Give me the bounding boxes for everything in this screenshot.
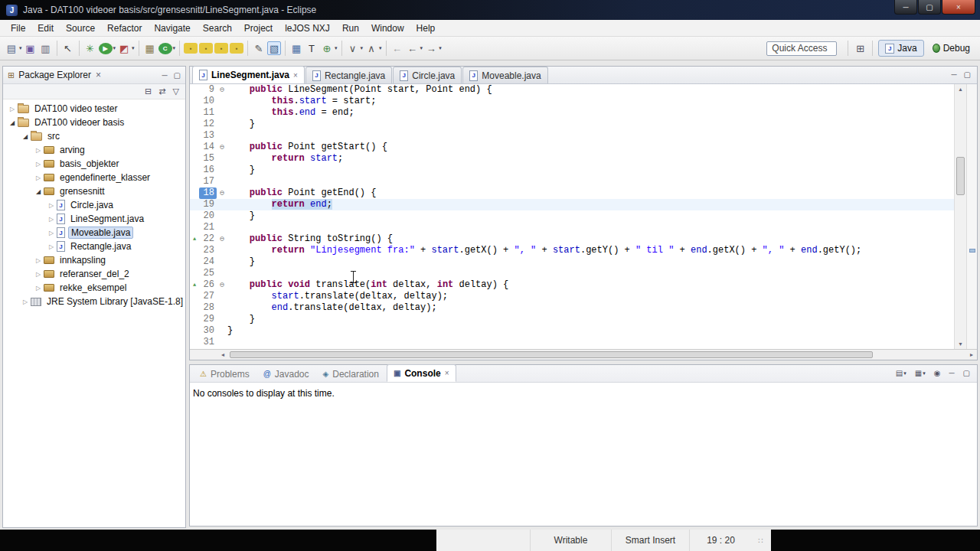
line-number[interactable]: 28 <box>199 302 217 314</box>
maximize-view-icon[interactable]: ▢ <box>174 71 181 80</box>
perspective-debug-button[interactable]: Debug <box>926 40 976 57</box>
tree-item-innkapsling[interactable]: ▷innkapsling <box>3 253 185 267</box>
code-line-21[interactable]: 21 <box>190 222 954 233</box>
view-menu-icon[interactable]: ▽ <box>173 86 179 96</box>
line-number[interactable]: 21 <box>199 222 217 233</box>
forward-history-button[interactable]: →▾ <box>424 41 442 55</box>
menu-refactor[interactable]: Refactor <box>101 21 148 35</box>
tree-item-dat100-video-tester[interactable]: ▷DAT100 video tester <box>3 102 185 116</box>
menu-run[interactable]: Run <box>336 21 365 35</box>
maximize-window-button[interactable]: ▢ <box>918 0 941 15</box>
link-with-editor-icon[interactable]: ⇄ <box>158 86 165 96</box>
dropdown-arrow-icon[interactable]: ▾ <box>923 370 926 377</box>
tree-item-src[interactable]: ◢src <box>3 129 185 143</box>
vertical-scroll-thumb[interactable] <box>956 157 965 195</box>
dropdown-arrow-icon[interactable]: ▾ <box>173 45 176 51</box>
menu-window[interactable]: Window <box>365 21 410 35</box>
vertical-scrollbar[interactable]: ▴ ▾ <box>954 84 966 349</box>
tree-item-rekke-eksempel[interactable]: ▷rekke_eksempel <box>3 281 185 295</box>
line-number[interactable]: 13 <box>199 130 217 142</box>
menu-project[interactable]: Project <box>238 21 279 35</box>
tab-console[interactable]: ▣Console× <box>387 364 456 382</box>
tab-linesegment-java[interactable]: JLineSegment.java× <box>192 66 305 83</box>
code-line-24[interactable]: 24 } <box>190 256 954 268</box>
code-line-13[interactable]: 13 <box>190 130 954 142</box>
menu-lejos-nxj[interactable]: leJOS NXJ <box>279 21 336 35</box>
menu-help[interactable]: Help <box>410 21 442 35</box>
open-perspective-icon[interactable]: ⊞ <box>856 43 864 54</box>
menu-edit[interactable]: Edit <box>31 21 60 35</box>
lejos-compile-button[interactable]: ▪ <box>184 43 198 54</box>
close-tab-icon[interactable]: × <box>445 369 449 377</box>
line-number[interactable]: 17 <box>199 176 217 187</box>
code-line-18[interactable]: 18⊖ public Point getEnd() { <box>190 187 954 199</box>
expander-icon[interactable]: ▷ <box>34 147 43 154</box>
tree-item-arving[interactable]: ▷arving <box>3 143 185 157</box>
new-table-button[interactable]: ▦ <box>289 41 303 55</box>
line-number[interactable]: 24 <box>199 256 217 268</box>
minimize-editor-icon[interactable]: ─ <box>951 70 956 79</box>
next-annotation-button[interactable]: ∨▾ <box>346 41 364 55</box>
save-button[interactable]: ▣ <box>24 41 38 55</box>
tree-item-basis-objekter[interactable]: ▷basis_objekter <box>3 157 185 171</box>
line-number[interactable]: 12 <box>199 119 217 130</box>
expander-icon[interactable]: ▷ <box>34 271 43 278</box>
line-number[interactable]: 19 <box>199 199 217 210</box>
code-line-15[interactable]: 15 return start; <box>190 153 954 165</box>
expander-icon[interactable]: ▷ <box>47 216 56 223</box>
dropdown-arrow-icon[interactable]: ▾ <box>439 45 442 51</box>
collapse-all-icon[interactable]: ⊟ <box>145 86 152 96</box>
dropdown-arrow-icon[interactable]: ▾ <box>379 45 382 51</box>
line-number[interactable]: 10 <box>199 96 217 107</box>
pin-console-button[interactable]: ◉ <box>934 369 941 377</box>
new-class-button[interactable]: C▾ <box>158 43 176 54</box>
text-tool-button[interactable]: T <box>305 41 318 55</box>
menu-navigate[interactable]: Navigate <box>148 21 196 35</box>
line-number[interactable]: 18 <box>199 187 217 199</box>
code-line-27[interactable]: 27 start.translate(deltax, deltay); <box>190 291 954 302</box>
maximize-view-button[interactable]: ▢ <box>963 369 970 377</box>
scroll-right-icon[interactable]: ▸ <box>966 350 977 360</box>
line-number[interactable]: 20 <box>199 210 217 222</box>
tree-item-dat100-videoer-basis[interactable]: ◢DAT100 videoer basis <box>3 116 185 129</box>
expander-icon[interactable]: ◢ <box>21 133 30 140</box>
code-line-28[interactable]: 28 end.translate(deltax, deltay); <box>190 302 954 314</box>
tree-item-rectangle-java[interactable]: ▷JRectangle.java <box>3 240 185 253</box>
overview-ruler[interactable] <box>966 84 977 349</box>
coverage-button[interactable]: ◩▾ <box>117 41 135 55</box>
expander-icon[interactable]: ▷ <box>34 285 43 292</box>
back-history-button[interactable]: ←▾ <box>406 41 423 55</box>
new-type-button[interactable]: ⊕▾ <box>320 41 338 55</box>
expander-icon[interactable]: ▷ <box>47 243 56 250</box>
line-number[interactable]: 16 <box>199 165 217 176</box>
close-window-button[interactable]: × <box>942 0 975 15</box>
code-line-9[interactable]: 9⊖ public LineSegment(Point start, Point… <box>190 84 954 96</box>
code-line-11[interactable]: 11 this.end = end; <box>190 107 954 119</box>
prev-annotation-button[interactable]: ∧▾ <box>364 41 382 55</box>
code-line-30[interactable]: 30} <box>190 325 954 337</box>
expander-icon[interactable]: ◢ <box>34 188 43 195</box>
line-number[interactable]: 25 <box>199 268 217 279</box>
code-line-20[interactable]: 20 } <box>190 210 954 222</box>
tab-declaration[interactable]: ◈Declaration <box>317 366 385 382</box>
quick-access-box[interactable]: Quick Access <box>766 41 837 56</box>
line-number[interactable]: 30 <box>199 325 217 337</box>
code-line-16[interactable]: 16 } <box>190 165 954 176</box>
tab-rectangle-java[interactable]: JRectangle.java <box>305 67 392 83</box>
display-selected-console-button[interactable]: ▦▾ <box>915 369 926 377</box>
perspective-java-button[interactable]: J Java <box>878 40 923 57</box>
last-edit-location-button[interactable]: ← <box>390 41 404 55</box>
expander-icon[interactable]: ▷ <box>34 174 43 181</box>
dropdown-arrow-icon[interactable]: ▾ <box>335 45 338 51</box>
dropdown-arrow-icon[interactable]: ▾ <box>903 370 906 377</box>
lejos-flash-button[interactable]: ▪ <box>230 43 243 54</box>
tree-item-jre-system-library-javase-1-8[interactable]: ▷JRE System Library [JavaSE-1.8] <box>3 295 185 308</box>
debug-button[interactable]: ✳ <box>83 41 97 55</box>
dropdown-arrow-icon[interactable]: ▾ <box>420 45 423 51</box>
tree-item-circle-java[interactable]: ▷JCircle.java <box>3 198 185 212</box>
tab-javadoc[interactable]: @Javadoc <box>257 366 315 382</box>
scroll-up-icon[interactable]: ▴ <box>955 84 966 94</box>
code-line-14[interactable]: 14⊖ public Point getStart() { <box>190 142 954 153</box>
tab-circle-java[interactable]: JCircle.java <box>393 67 462 83</box>
line-number[interactable]: 23 <box>199 245 217 256</box>
